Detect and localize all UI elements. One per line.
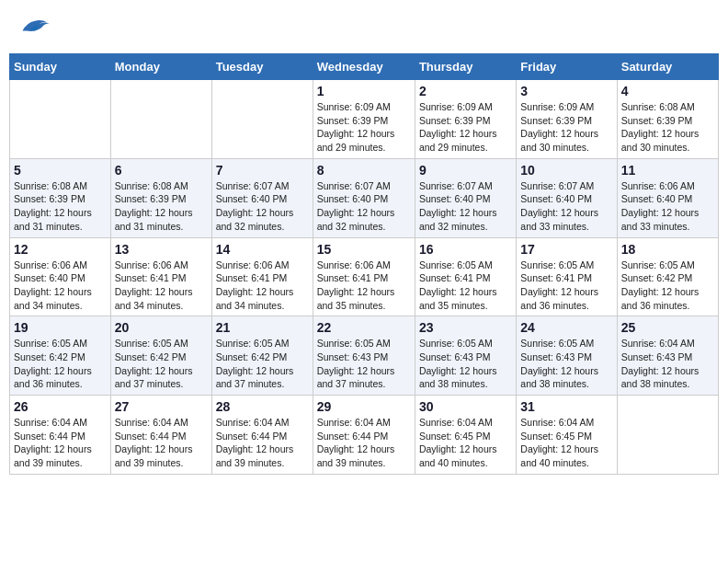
calendar-cell: 5Sunrise: 6:08 AM Sunset: 6:39 PM Daylig… <box>10 158 111 237</box>
page-header <box>9 9 719 44</box>
calendar-cell: 22Sunrise: 6:05 AM Sunset: 6:43 PM Dayli… <box>313 316 415 396</box>
calendar-cell: 14Sunrise: 6:06 AM Sunset: 6:41 PM Dayli… <box>211 237 313 316</box>
calendar-cell: 4Sunrise: 6:08 AM Sunset: 6:39 PM Daylig… <box>617 80 718 159</box>
day-info: Sunrise: 6:09 AM Sunset: 6:39 PM Dayligh… <box>317 100 411 155</box>
day-info: Sunrise: 6:05 AM Sunset: 6:42 PM Dayligh… <box>14 337 107 391</box>
logo <box>18 14 55 40</box>
calendar-cell: 6Sunrise: 6:08 AM Sunset: 6:39 PM Daylig… <box>110 158 211 237</box>
day-number: 2 <box>419 84 512 98</box>
day-info: Sunrise: 6:05 AM Sunset: 6:43 PM Dayligh… <box>520 337 612 391</box>
day-info: Sunrise: 6:05 AM Sunset: 6:43 PM Dayligh… <box>419 337 512 391</box>
day-number: 5 <box>14 163 107 178</box>
calendar-cell: 11Sunrise: 6:06 AM Sunset: 6:40 PM Dayli… <box>617 158 718 237</box>
calendar-cell: 26Sunrise: 6:04 AM Sunset: 6:44 PM Dayli… <box>10 396 111 475</box>
day-info: Sunrise: 6:05 AM Sunset: 6:42 PM Dayligh… <box>216 337 309 391</box>
day-number: 17 <box>520 242 612 257</box>
day-number: 9 <box>419 163 512 178</box>
day-number: 31 <box>520 399 612 414</box>
calendar-cell: 28Sunrise: 6:04 AM Sunset: 6:44 PM Dayli… <box>211 396 313 475</box>
day-number: 10 <box>520 163 612 178</box>
calendar-week-row: 1Sunrise: 6:09 AM Sunset: 6:39 PM Daylig… <box>10 80 719 159</box>
day-number: 4 <box>621 84 714 98</box>
day-info: Sunrise: 6:05 AM Sunset: 6:41 PM Dayligh… <box>419 259 512 313</box>
day-info: Sunrise: 6:06 AM Sunset: 6:41 PM Dayligh… <box>216 259 309 313</box>
calendar-cell <box>110 80 211 159</box>
calendar-cell: 24Sunrise: 6:05 AM Sunset: 6:43 PM Dayli… <box>517 316 617 396</box>
day-info: Sunrise: 6:06 AM Sunset: 6:40 PM Dayligh… <box>14 259 107 313</box>
day-info: Sunrise: 6:07 AM Sunset: 6:40 PM Dayligh… <box>520 179 612 234</box>
logo-bird-icon <box>18 14 51 40</box>
calendar-cell: 13Sunrise: 6:06 AM Sunset: 6:41 PM Dayli… <box>110 237 211 316</box>
day-number: 30 <box>419 399 512 414</box>
calendar-cell: 25Sunrise: 6:04 AM Sunset: 6:43 PM Dayli… <box>617 316 718 396</box>
day-info: Sunrise: 6:04 AM Sunset: 6:43 PM Dayligh… <box>621 337 714 391</box>
day-info: Sunrise: 6:07 AM Sunset: 6:40 PM Dayligh… <box>419 179 512 234</box>
day-number: 15 <box>317 242 411 257</box>
calendar-week-row: 12Sunrise: 6:06 AM Sunset: 6:40 PM Dayli… <box>10 237 719 316</box>
day-info: Sunrise: 6:04 AM Sunset: 6:44 PM Dayligh… <box>216 416 309 470</box>
calendar-cell <box>617 396 718 475</box>
day-info: Sunrise: 6:05 AM Sunset: 6:41 PM Dayligh… <box>520 259 612 313</box>
day-info: Sunrise: 6:05 AM Sunset: 6:42 PM Dayligh… <box>621 259 714 313</box>
calendar-cell: 20Sunrise: 6:05 AM Sunset: 6:42 PM Dayli… <box>110 316 211 396</box>
day-number: 21 <box>216 320 309 335</box>
day-info: Sunrise: 6:08 AM Sunset: 6:39 PM Dayligh… <box>115 179 208 234</box>
calendar-cell: 16Sunrise: 6:05 AM Sunset: 6:41 PM Dayli… <box>415 237 516 316</box>
calendar-cell: 18Sunrise: 6:05 AM Sunset: 6:42 PM Dayli… <box>617 237 718 316</box>
day-number: 24 <box>520 320 612 335</box>
day-number: 13 <box>115 242 208 257</box>
day-header-wednesday: Wednesday <box>313 54 415 80</box>
day-number: 3 <box>520 84 612 98</box>
day-info: Sunrise: 6:04 AM Sunset: 6:45 PM Dayligh… <box>520 416 612 470</box>
day-number: 14 <box>216 242 309 257</box>
day-info: Sunrise: 6:04 AM Sunset: 6:44 PM Dayligh… <box>317 416 411 470</box>
calendar-cell: 23Sunrise: 6:05 AM Sunset: 6:43 PM Dayli… <box>415 316 516 396</box>
calendar-cell: 27Sunrise: 6:04 AM Sunset: 6:44 PM Dayli… <box>110 396 211 475</box>
day-info: Sunrise: 6:07 AM Sunset: 6:40 PM Dayligh… <box>317 179 411 234</box>
day-header-sunday: Sunday <box>10 54 111 80</box>
day-info: Sunrise: 6:09 AM Sunset: 6:39 PM Dayligh… <box>419 100 512 155</box>
day-number: 12 <box>14 242 107 257</box>
day-info: Sunrise: 6:05 AM Sunset: 6:42 PM Dayligh… <box>115 337 208 391</box>
calendar-cell: 15Sunrise: 6:06 AM Sunset: 6:41 PM Dayli… <box>313 237 415 316</box>
day-number: 20 <box>115 320 208 335</box>
day-number: 7 <box>216 163 309 178</box>
day-info: Sunrise: 6:06 AM Sunset: 6:40 PM Dayligh… <box>621 179 714 234</box>
day-info: Sunrise: 6:08 AM Sunset: 6:39 PM Dayligh… <box>621 100 714 155</box>
day-info: Sunrise: 6:04 AM Sunset: 6:44 PM Dayligh… <box>14 416 107 470</box>
calendar-cell: 17Sunrise: 6:05 AM Sunset: 6:41 PM Dayli… <box>517 237 617 316</box>
day-info: Sunrise: 6:06 AM Sunset: 6:41 PM Dayligh… <box>317 259 411 313</box>
day-number: 28 <box>216 399 309 414</box>
day-number: 6 <box>115 163 208 178</box>
day-info: Sunrise: 6:08 AM Sunset: 6:39 PM Dayligh… <box>14 179 107 234</box>
calendar-cell: 10Sunrise: 6:07 AM Sunset: 6:40 PM Dayli… <box>517 158 617 237</box>
calendar-cell: 30Sunrise: 6:04 AM Sunset: 6:45 PM Dayli… <box>415 396 516 475</box>
day-number: 16 <box>419 242 512 257</box>
calendar-cell: 1Sunrise: 6:09 AM Sunset: 6:39 PM Daylig… <box>313 80 415 159</box>
day-number: 1 <box>317 84 411 98</box>
day-info: Sunrise: 6:04 AM Sunset: 6:45 PM Dayligh… <box>419 416 512 470</box>
day-info: Sunrise: 6:04 AM Sunset: 6:44 PM Dayligh… <box>115 416 208 470</box>
calendar-cell: 2Sunrise: 6:09 AM Sunset: 6:39 PM Daylig… <box>415 80 516 159</box>
day-number: 18 <box>621 242 714 257</box>
calendar-week-row: 26Sunrise: 6:04 AM Sunset: 6:44 PM Dayli… <box>10 396 719 475</box>
day-info: Sunrise: 6:07 AM Sunset: 6:40 PM Dayligh… <box>216 179 309 234</box>
calendar-cell: 31Sunrise: 6:04 AM Sunset: 6:45 PM Dayli… <box>517 396 617 475</box>
day-number: 11 <box>621 163 714 178</box>
day-number: 23 <box>419 320 512 335</box>
day-header-tuesday: Tuesday <box>211 54 313 80</box>
calendar-cell: 9Sunrise: 6:07 AM Sunset: 6:40 PM Daylig… <box>415 158 516 237</box>
day-info: Sunrise: 6:09 AM Sunset: 6:39 PM Dayligh… <box>520 100 612 155</box>
calendar-cell <box>211 80 313 159</box>
calendar-cell: 7Sunrise: 6:07 AM Sunset: 6:40 PM Daylig… <box>211 158 313 237</box>
day-info: Sunrise: 6:05 AM Sunset: 6:43 PM Dayligh… <box>317 337 411 391</box>
day-info: Sunrise: 6:06 AM Sunset: 6:41 PM Dayligh… <box>115 259 208 313</box>
day-number: 22 <box>317 320 411 335</box>
day-number: 29 <box>317 399 411 414</box>
day-number: 27 <box>115 399 208 414</box>
day-number: 19 <box>14 320 107 335</box>
calendar-cell: 12Sunrise: 6:06 AM Sunset: 6:40 PM Dayli… <box>10 237 111 316</box>
day-header-thursday: Thursday <box>415 54 516 80</box>
calendar-header-row: SundayMondayTuesdayWednesdayThursdayFrid… <box>10 54 719 80</box>
day-number: 26 <box>14 399 107 414</box>
